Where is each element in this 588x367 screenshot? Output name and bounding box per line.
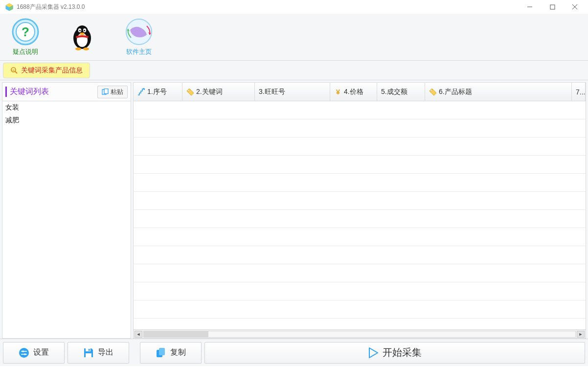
homepage-label: 软件主页 [126,47,152,56]
steps-icon [137,88,145,96]
app-logo-icon [5,2,14,11]
tabbar: w 关键词采集产品信息 [0,61,588,80]
grid-row[interactable] [134,282,586,300]
scroll-right-arrow[interactable]: ► [577,331,585,338]
svg-point-35 [24,353,26,355]
keyword-item[interactable]: 减肥 [2,114,131,127]
svg-rect-27 [104,89,108,93]
results-grid: 1.序号2.关键词3.旺旺号¥4.价格5.成交额6.产品标题7... ◄ ► [133,82,586,339]
paste-button[interactable]: 粘贴 [97,86,128,98]
paste-label: 粘贴 [111,88,123,96]
export-label: 导出 [98,347,113,358]
svg-point-17 [80,32,85,35]
tag-icon [186,88,194,96]
svg-text:¥: ¥ [336,88,340,96]
copy-label: 复制 [170,347,186,358]
window-title: 1688产品采集器 v2.13.0.0 [17,3,85,11]
svg-point-31 [19,348,29,358]
start-collect-button[interactable]: 开始采集 [204,342,585,364]
svg-point-34 [22,350,24,352]
keyword-list-title: 关键词列表 [5,87,49,97]
settings-button[interactable]: 设置 [3,342,65,364]
grid-row[interactable] [134,156,586,174]
copy-button[interactable]: 复制 [140,342,202,364]
keyword-item[interactable]: 女装 [2,101,131,114]
minimize-button[interactable] [519,0,541,14]
yen-icon: ¥ [334,88,342,96]
grid-row[interactable] [134,174,586,192]
svg-rect-37 [86,353,91,357]
main-toolbar: ? 疑点说明 [0,14,588,61]
column-header[interactable]: ¥4.价格 [330,83,377,101]
svg-point-15 [79,30,81,31]
copy-icon [156,347,166,358]
keyword-list[interactable]: 女装减肥 [2,101,131,338]
qq-button[interactable] [68,23,96,51]
tab-collect-keywords[interactable]: w 关键词采集产品信息 [3,63,90,78]
magnifier-icon: w [10,67,18,74]
save-icon [83,347,94,358]
grid-row[interactable] [134,300,586,319]
grid-row[interactable] [134,210,586,228]
grid-header-row: 1.序号2.关键词3.旺旺号¥4.价格5.成交额6.产品标题7... [134,83,586,101]
question-icon: ? [12,18,39,46]
svg-text:?: ? [22,24,29,39]
column-header[interactable]: 3.旺旺号 [255,83,330,101]
svg-text:w: w [12,69,15,71]
column-label: 7... [576,88,585,96]
homepage-button[interactable]: 软件主页 [125,18,153,56]
results-pane: 1.序号2.关键词3.旺旺号¥4.价格5.成交额6.产品标题7... ◄ ► [133,82,586,339]
svg-line-24 [15,71,17,73]
column-header[interactable]: 2.关键词 [182,83,255,101]
column-label: 1.序号 [147,88,167,96]
grid-row[interactable] [134,138,586,156]
svg-rect-40 [159,348,165,355]
grid-row[interactable] [134,264,586,282]
help-label: 疑点说明 [13,47,38,56]
tag-icon [429,88,437,96]
grid-row[interactable] [134,192,586,210]
column-header[interactable]: 5.成交额 [377,83,425,101]
help-button[interactable]: ? 疑点说明 [12,18,39,56]
column-header[interactable]: 7... [572,83,586,101]
close-button[interactable] [564,0,586,14]
maximize-button[interactable] [541,0,564,14]
svg-rect-38 [89,349,90,351]
export-button[interactable]: 导出 [68,342,129,364]
column-label: 4.价格 [344,88,363,96]
keyword-sidebar-header: 关键词列表 粘贴 [2,83,131,101]
titlebar: 1688产品采集器 v2.13.0.0 [0,0,588,14]
grid-row[interactable] [134,246,586,264]
globe-icon [125,18,153,46]
bottom-toolbar: 设置 导出 复制 开始采集 [0,339,588,366]
svg-rect-4 [550,5,555,9]
grid-row[interactable] [134,228,586,246]
column-label: 2.关键词 [196,88,223,96]
grid-row[interactable] [134,101,586,119]
svg-marker-41 [369,348,378,358]
column-header[interactable]: 1.序号 [134,83,182,101]
svg-point-18 [75,47,81,50]
grid-row[interactable] [134,119,586,138]
paste-icon [102,89,109,95]
settings-label: 设置 [33,347,49,358]
scroll-thumb[interactable] [144,331,208,337]
column-label: 3.旺旺号 [259,88,285,96]
keyword-sidebar: 关键词列表 粘贴 女装减肥 [2,82,131,339]
play-icon [368,347,379,359]
main-area: 关键词列表 粘贴 女装减肥 1.序号2.关键词3.旺旺号¥4.价格5.成交额6.… [0,80,588,339]
column-label: 6.产品标题 [439,88,472,96]
start-label: 开始采集 [383,346,422,359]
penguin-icon [68,23,96,51]
svg-point-19 [83,47,89,50]
scroll-left-arrow[interactable]: ◄ [135,331,142,338]
tab-label: 关键词采集产品信息 [21,66,83,75]
column-header[interactable]: 6.产品标题 [425,83,572,101]
settings-icon [19,347,29,358]
svg-point-16 [84,30,85,31]
scroll-track[interactable] [143,331,576,338]
grid-body[interactable] [134,101,586,329]
horizontal-scrollbar[interactable]: ◄ ► [134,329,586,338]
column-label: 5.成交额 [381,88,407,96]
